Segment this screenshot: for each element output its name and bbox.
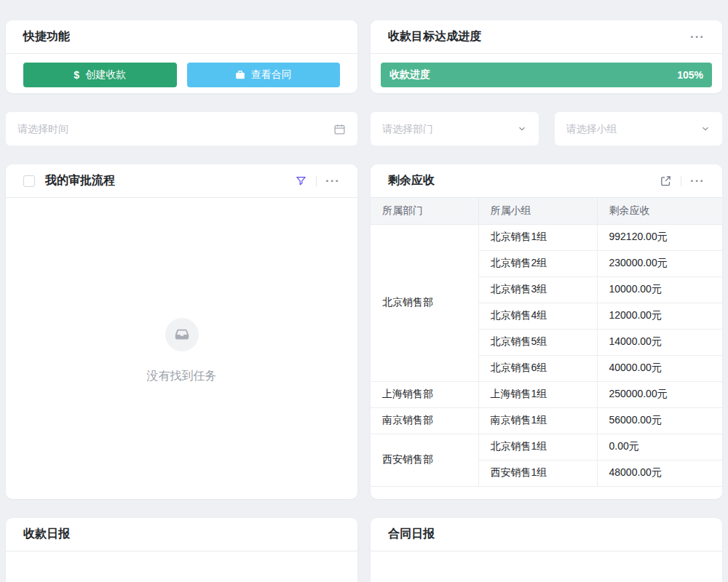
quick-functions-header: 快捷功能 xyxy=(6,20,357,54)
cell-group: 北京销售6组 xyxy=(478,355,597,381)
receivables-header: 剩余应收 ··· xyxy=(371,164,722,198)
cell-dept: 南京销售部 xyxy=(371,407,478,434)
dept-select-input[interactable] xyxy=(382,123,517,135)
inbox-icon xyxy=(174,327,190,343)
payment-report-card: 收款日报 xyxy=(6,518,357,582)
header-divider xyxy=(316,176,317,186)
approval-title: 我的审批流程 xyxy=(45,173,115,188)
cell-amount: 250000.00元 xyxy=(597,381,722,407)
progress-bar-wrap: 收款进度 105% xyxy=(371,54,722,87)
filter-icon[interactable] xyxy=(295,175,307,187)
receivables-title: 剩余应收 xyxy=(388,173,435,188)
dollar-icon: $ xyxy=(74,69,79,81)
goal-progress-card: 收款目标达成进度 ··· 收款进度 105% xyxy=(371,20,722,93)
contract-report-title: 合同日报 xyxy=(388,527,435,542)
col-dept: 所属部门 xyxy=(371,198,478,224)
time-select-input[interactable] xyxy=(17,123,333,135)
cell-group: 北京销售5组 xyxy=(478,329,597,355)
receivables-table: 所属部门 所属小组 剩余应收 北京销售部 北京销售1组 992120.00元 北… xyxy=(371,198,722,487)
more-icon[interactable]: ··· xyxy=(690,175,705,187)
group-select[interactable] xyxy=(555,112,723,146)
cell-group: 北京销售1组 xyxy=(478,224,597,250)
external-link-icon[interactable] xyxy=(660,175,672,187)
view-contract-button[interactable]: 查看合同 xyxy=(187,63,341,87)
payment-report-title: 收款日报 xyxy=(23,527,70,542)
approval-card: 我的审批流程 ··· 没有找到任务 xyxy=(6,164,357,499)
more-icon[interactable]: ··· xyxy=(690,31,705,43)
empty-circle xyxy=(165,318,199,351)
table-row: 南京销售部 南京销售1组 56000.00元 xyxy=(371,407,722,434)
calendar-icon[interactable] xyxy=(333,123,346,135)
cell-dept: 西安销售部 xyxy=(371,434,478,486)
col-group: 所属小组 xyxy=(478,198,597,224)
table-row: 北京销售部 北京销售1组 992120.00元 xyxy=(371,224,722,250)
goal-progress-title: 收款目标达成进度 xyxy=(388,29,481,44)
progress-bar-label: 收款进度 xyxy=(389,68,430,81)
table-row: 西安销售部 北京销售1组 0.00元 xyxy=(371,434,722,460)
cell-amount: 48000.00元 xyxy=(597,460,722,486)
quick-functions-card: 快捷功能 $ 创建收款 查看合同 xyxy=(6,20,357,93)
table-row: 上海销售部 上海销售1组 250000.00元 xyxy=(371,381,722,407)
cell-amount: 14000.00元 xyxy=(597,329,722,355)
cell-group: 南京销售1组 xyxy=(478,407,597,434)
create-payment-button[interactable]: $ 创建收款 xyxy=(23,63,177,87)
more-icon[interactable]: ··· xyxy=(325,175,340,187)
cell-amount: 40000.00元 xyxy=(597,355,722,381)
empty-text: 没有找到任务 xyxy=(147,369,217,384)
cell-amount: 10000.00元 xyxy=(597,276,722,303)
receivables-card: 剩余应收 ··· 所属部门 所属小组 剩余应收 北京销售部 xyxy=(371,164,722,499)
progress-bar-value: 105% xyxy=(677,69,703,81)
quick-functions-title: 快捷功能 xyxy=(23,29,70,44)
contract-report-card: 合同日报 xyxy=(371,518,722,582)
briefcase-icon xyxy=(235,70,245,80)
chevron-down-icon xyxy=(700,124,711,134)
approval-empty-state: 没有找到任务 xyxy=(6,198,357,384)
approval-checkbox[interactable] xyxy=(23,175,35,187)
cell-group: 西安销售1组 xyxy=(478,460,597,486)
dept-select[interactable] xyxy=(371,112,539,146)
cell-group: 北京销售4组 xyxy=(478,303,597,329)
chevron-down-icon xyxy=(517,124,527,134)
contract-report-header: 合同日报 xyxy=(371,518,722,551)
cell-group: 北京销售1组 xyxy=(478,434,597,460)
col-amount: 剩余应收 xyxy=(597,198,722,224)
cell-group: 北京销售3组 xyxy=(478,276,597,303)
progress-bar: 收款进度 105% xyxy=(381,63,712,87)
approval-header: 我的审批流程 ··· xyxy=(6,164,357,198)
payment-report-header: 收款日报 xyxy=(6,518,357,551)
cell-amount: 12000.00元 xyxy=(597,303,722,329)
view-contract-label: 查看合同 xyxy=(251,68,292,81)
create-payment-label: 创建收款 xyxy=(85,68,126,81)
dashboard: 快捷功能 $ 创建收款 查看合同 收款目标达成进度 ··· 收款进度 xyxy=(0,0,728,582)
filters-right xyxy=(371,112,722,146)
time-select[interactable] xyxy=(6,112,357,146)
header-divider xyxy=(681,176,681,186)
cell-amount: 0.00元 xyxy=(597,434,722,460)
cell-dept: 上海销售部 xyxy=(371,381,478,407)
group-select-input[interactable] xyxy=(566,123,701,135)
goal-progress-header: 收款目标达成进度 ··· xyxy=(371,20,722,54)
cell-dept: 北京销售部 xyxy=(371,224,478,381)
cell-amount: 230000.00元 xyxy=(597,250,722,276)
quick-buttons: $ 创建收款 查看合同 xyxy=(6,54,357,87)
cell-group: 北京销售2组 xyxy=(478,250,597,276)
cell-group: 上海销售1组 xyxy=(478,381,597,407)
table-header-row: 所属部门 所属小组 剩余应收 xyxy=(371,198,722,224)
cell-amount: 56000.00元 xyxy=(597,407,722,434)
cell-amount: 992120.00元 xyxy=(597,224,722,250)
